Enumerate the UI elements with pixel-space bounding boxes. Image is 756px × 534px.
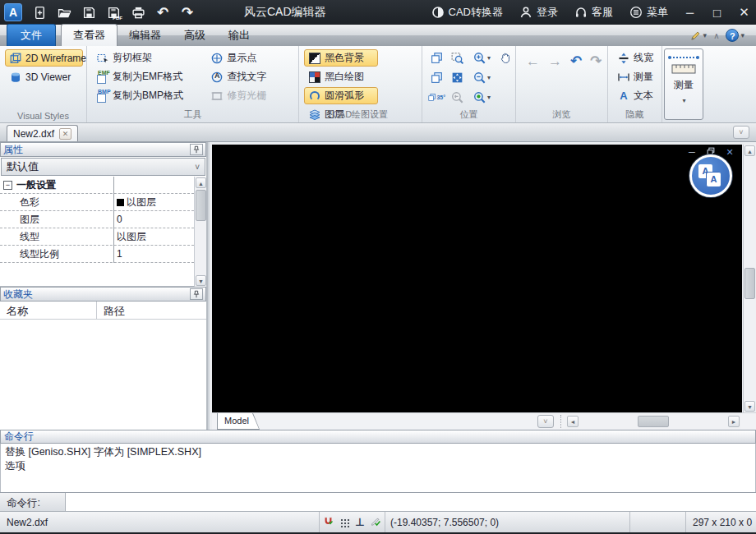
show-points-button[interactable]: 显示点	[206, 49, 292, 67]
minimize-button[interactable]: ─	[678, 0, 702, 25]
find-text-button[interactable]: A 查找文字	[206, 68, 292, 85]
annotate-dropdown[interactable]: ▾	[703, 31, 708, 39]
2d-wireframe-button[interactable]: 2D Wireframe	[5, 49, 83, 67]
tab-advanced[interactable]: 高级	[173, 25, 217, 46]
undo-button[interactable]: ↶	[152, 3, 173, 21]
favorites-list[interactable]	[0, 320, 206, 430]
line-width-toggle[interactable]: 线宽	[613, 49, 658, 67]
measure-tool-dropdown[interactable]: ▾	[682, 97, 685, 104]
scroll-right-icon[interactable]: ►	[728, 416, 740, 427]
property-group-row[interactable]: − 一般设置	[0, 177, 194, 194]
layout-list-dropdown[interactable]: ˅	[537, 415, 554, 428]
scroll-down-icon[interactable]: ▼	[744, 401, 755, 412]
collapse-box-icon[interactable]: −	[3, 181, 12, 190]
maximize-button[interactable]: □	[705, 0, 729, 25]
convert-fab-button[interactable]: A A	[689, 154, 732, 197]
smooth-arc-toggle[interactable]: 圆滑弧形	[304, 87, 378, 104]
measure-tool-button[interactable]: 测量 ▾	[664, 48, 703, 120]
save-button[interactable]	[78, 3, 99, 21]
login-button[interactable]: 登录	[513, 0, 565, 25]
pan-button[interactable]	[496, 49, 514, 66]
cad-converter-button[interactable]: CAD转换器	[425, 0, 509, 25]
scroll-down-icon[interactable]: ▼	[196, 275, 206, 286]
model-tab[interactable]: Model	[217, 413, 260, 430]
properties-scrollbar[interactable]: ▲ ▼	[194, 177, 206, 287]
zoom-in-button[interactable]: ▾	[468, 49, 495, 66]
support-button[interactable]: 客服	[568, 0, 620, 25]
tab-viewer[interactable]: 查看器	[61, 24, 118, 46]
property-row[interactable]: 线型比例 1	[0, 246, 194, 263]
scroll-up-icon[interactable]: ▲	[744, 145, 755, 156]
favorites-col-name[interactable]: 名称	[0, 302, 97, 319]
draw-toggle-icon[interactable]	[371, 516, 381, 529]
tab-file[interactable]: 文件	[7, 24, 56, 46]
property-row[interactable]: 色彩 以图层	[0, 194, 194, 211]
help-dropdown[interactable]: ▾	[740, 31, 744, 39]
menu-button[interactable]: 菜单	[623, 0, 675, 25]
command-panel-header[interactable]: 命令行	[0, 430, 756, 444]
pin-icon[interactable]	[190, 144, 203, 155]
rotate-angle-button[interactable]: 35°	[427, 89, 445, 105]
text-toggle[interactable]: A 文本	[613, 87, 658, 104]
open-file-button[interactable]	[53, 3, 75, 21]
canvas-horizontal-scrollbar[interactable]: ◄ ►	[565, 414, 741, 429]
property-row[interactable]: 图层 0	[0, 211, 194, 228]
3d-viewer-button[interactable]: 3D Viewer	[5, 68, 83, 85]
preset-dropdown[interactable]: 默认值 ˅	[1, 158, 205, 176]
tab-list-dropdown[interactable]: ˅	[733, 126, 749, 139]
app-icon[interactable]: A	[4, 3, 22, 21]
canvas-vertical-scrollbar[interactable]: ▲ ▼	[743, 145, 756, 412]
zoom-window-button[interactable]	[448, 49, 466, 66]
command-history[interactable]: 替换 [Geniso.SHX] 字体为 [SIMPLEX.SHX] 选项	[0, 444, 756, 492]
favorites-col-path[interactable]: 路径	[97, 302, 125, 319]
clip-frame-button[interactable]: 剪切框架	[92, 49, 204, 67]
login-label: 登录	[537, 5, 558, 20]
scrollbar-thumb[interactable]	[744, 268, 755, 299]
zoom-out-dropdown[interactable]: ▾	[487, 74, 491, 81]
inner-minimize-button[interactable]: ─	[686, 147, 698, 157]
osnap-toggle-icon[interactable]	[323, 516, 334, 529]
zoom-out-button[interactable]: ▾	[468, 69, 495, 85]
scroll-up-icon[interactable]: ▲	[196, 177, 206, 188]
measure-toggle[interactable]: 测量	[613, 68, 658, 85]
property-row[interactable]: 线型 以图层	[0, 228, 194, 246]
favorites-header[interactable]: 收藏夹	[0, 287, 206, 302]
copy-emf-button[interactable]: EMF 复制为EMF格式	[92, 68, 204, 85]
help-button[interactable]: ? ▾	[726, 29, 744, 42]
print-button[interactable]	[127, 3, 149, 21]
zoom-dynamic-dropdown[interactable]: ▾	[487, 94, 491, 101]
view-undo-button[interactable]: ↶	[570, 53, 582, 70]
document-tab[interactable]: New2.dxf ✕	[7, 125, 78, 141]
pin-icon[interactable]	[190, 288, 203, 300]
black-background-toggle[interactable]: 黑色背景	[304, 49, 378, 67]
ortho-toggle-icon[interactable]: ⊥	[355, 516, 365, 528]
redo-button[interactable]: ↷	[177, 3, 198, 21]
annotate-button[interactable]: ▾	[689, 30, 708, 42]
wireframe-icon	[9, 52, 22, 65]
bw-drawing-toggle[interactable]: 黑白绘图	[304, 68, 378, 85]
cad-converter-label: CAD转换器	[449, 5, 503, 20]
rotate-view-button[interactable]	[427, 49, 445, 66]
command-prompt-row: 命令行:	[0, 492, 756, 511]
zoom-in-dropdown[interactable]: ▾	[487, 54, 491, 62]
collapse-ribbon-button[interactable]: ∧	[713, 31, 719, 40]
close-button[interactable]: ✕	[732, 0, 756, 25]
properties-header[interactable]: 属性	[0, 142, 206, 157]
inner-close-button[interactable]: ✕	[724, 147, 735, 158]
scrollbar-thumb[interactable]	[638, 416, 669, 427]
scrollbar-thumb[interactable]	[196, 190, 206, 221]
save-as-pdf-button[interactable]: PDF	[103, 3, 124, 21]
grid-toggle-icon[interactable]	[339, 518, 349, 527]
drawing-canvas[interactable]: ─ ✕ A A	[212, 145, 742, 412]
zoom-dynamic-button[interactable]: ▾	[468, 89, 495, 105]
zoom-extents-button[interactable]	[448, 69, 466, 85]
tab-output[interactable]: 输出	[217, 25, 261, 46]
command-input[interactable]	[66, 493, 756, 511]
new-file-button[interactable]	[29, 3, 50, 21]
tab-editor[interactable]: 编辑器	[118, 25, 173, 46]
document-tab-close-icon[interactable]: ✕	[59, 128, 71, 140]
copy-bmp-button[interactable]: BMP 复制为BMP格式	[92, 87, 204, 104]
scroll-left-icon[interactable]: ◄	[567, 416, 579, 427]
letter-a-icon: A	[707, 173, 721, 186]
copy-view-button[interactable]	[427, 69, 445, 85]
